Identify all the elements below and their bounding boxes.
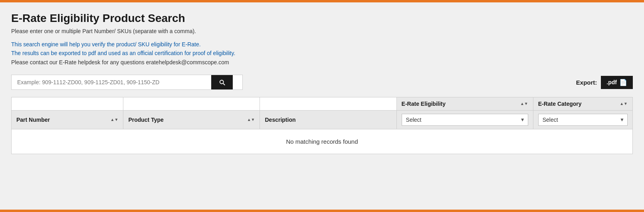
part-number-sort-arrows[interactable]: ▲▼ [111, 118, 119, 122]
page-title: E-Rate Eligibility Product Search [11, 12, 633, 25]
pdf-export-button[interactable]: .pdf 📄 [601, 76, 633, 89]
table-header-top: E-Rate Eligibility ▲▼ E-Rate Category ▲▼ [12, 97, 632, 111]
header-description: Description [260, 111, 396, 129]
page-wrapper: E-Rate Eligibility Product Search Please… [0, 2, 644, 210]
category-select[interactable]: Select [538, 114, 628, 126]
eligibility-select[interactable]: Select Eligible Not Eligible [402, 114, 528, 126]
category-sort-arrows[interactable]: ▲▼ [620, 102, 628, 106]
pdf-icon: 📄 [619, 79, 627, 86]
description-line2: The results can be exported to pdf and u… [11, 49, 633, 57]
description-line1: This search engine will help you verify … [11, 40, 633, 49]
header-part-number[interactable]: Part Number ▲▼ [12, 111, 123, 129]
search-icon [218, 79, 226, 86]
export-row: Export: .pdf 📄 [576, 76, 633, 89]
table-container: E-Rate Eligibility ▲▼ E-Rate Category ▲▼ [11, 97, 633, 154]
product-type-sort-arrows[interactable]: ▲▼ [247, 118, 255, 122]
header-erate-eligibility[interactable]: E-Rate Eligibility ▲▼ [396, 97, 533, 111]
search-button[interactable] [211, 75, 233, 89]
search-export-row: Export: .pdf 📄 [11, 75, 633, 90]
export-label: Export: [576, 79, 597, 86]
search-box [11, 75, 243, 90]
pdf-button-label: .pdf [606, 79, 617, 85]
empty-header-product-type [123, 97, 260, 111]
description-line3-text: Please contact our E-Rate helpdesk for a… [11, 59, 229, 65]
search-input[interactable] [12, 75, 211, 89]
empty-header-part-number [12, 97, 123, 111]
empty-header-description [260, 97, 396, 111]
results-table: E-Rate Eligibility ▲▼ E-Rate Category ▲▼ [12, 97, 632, 154]
header-category-filter: Select ▼ [533, 111, 632, 129]
no-records-message: No matching records found [12, 129, 632, 154]
category-select-wrapper: Select ▼ [538, 114, 628, 126]
header-product-type[interactable]: Product Type ▲▼ [123, 111, 260, 129]
table-header-second: Part Number ▲▼ Product Type ▲▼ Descripti… [12, 111, 632, 129]
eligibility-select-wrapper: Select Eligible Not Eligible ▼ [402, 114, 528, 126]
subtitle: Please enter one or multiple Part Number… [11, 28, 633, 34]
header-eligibility-filter: Select Eligible Not Eligible ▼ [396, 111, 533, 129]
eligibility-sort-arrows[interactable]: ▲▼ [520, 102, 528, 106]
description-block: This search engine will help you verify … [11, 40, 633, 67]
header-erate-category[interactable]: E-Rate Category ▲▼ [533, 97, 632, 111]
no-records-row: No matching records found [12, 129, 632, 154]
table-body: No matching records found [12, 129, 632, 154]
description-line3: Please contact our E-Rate helpdesk for a… [11, 58, 633, 67]
